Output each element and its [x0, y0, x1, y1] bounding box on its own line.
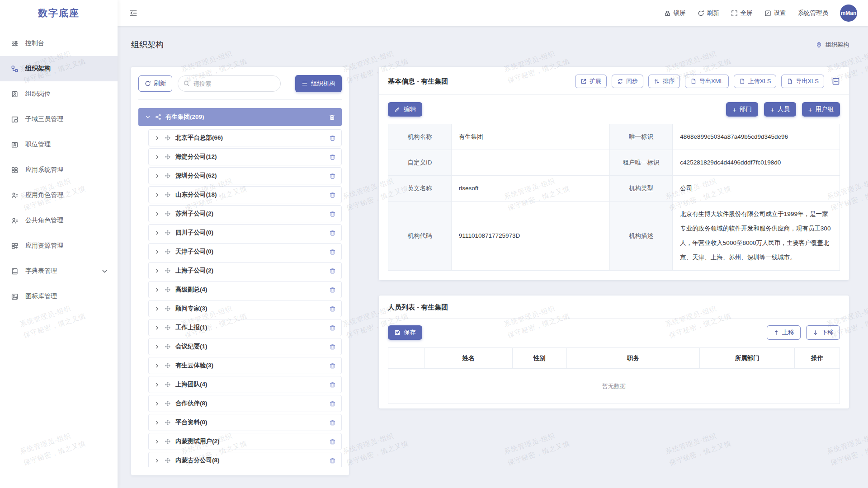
tree-node[interactable]: 天津子公司(0)	[148, 243, 342, 260]
export-xml-button[interactable]: 导出XML	[685, 75, 729, 88]
tree-refresh-button[interactable]: 刷新	[138, 75, 172, 92]
sidebar-item-icon-library[interactable]: 图标库管理	[0, 284, 118, 309]
delete-node-button[interactable]	[329, 211, 336, 217]
drag-handle-icon[interactable]	[165, 381, 171, 388]
delete-node-button[interactable]	[329, 192, 336, 198]
upload-xls-button[interactable]: 上传XLS	[734, 75, 777, 88]
tree-node[interactable]: 山东分公司(18)	[148, 186, 342, 203]
tree-node[interactable]: 平台资料(0)	[148, 414, 342, 431]
refresh-page-button[interactable]: 刷新	[698, 9, 719, 17]
empty-state-text: 暂无数据	[388, 369, 840, 404]
tree-node[interactable]: 会议纪要(1)	[148, 338, 342, 355]
info-label: 机构类型	[609, 176, 673, 202]
drag-handle-icon[interactable]	[165, 192, 171, 198]
chevron-right-icon	[154, 401, 160, 407]
delete-node-button[interactable]	[329, 249, 336, 255]
sidebar-item-app-system[interactable]: 应用系统管理	[0, 157, 118, 183]
drag-handle-icon[interactable]	[165, 230, 171, 236]
drag-handle-icon[interactable]	[165, 324, 171, 331]
tree-node[interactable]: 工作上报(1)	[148, 319, 342, 336]
tree-node[interactable]: 上海子公司(2)	[148, 262, 342, 279]
tree-node-label: 四川子公司(0)	[175, 229, 213, 237]
drag-handle-icon[interactable]	[165, 438, 171, 445]
sidebar-item-console[interactable]: 控制台	[0, 31, 118, 56]
settings-button[interactable]: 设置	[764, 9, 786, 17]
delete-node-button[interactable]	[329, 305, 336, 312]
delete-node-button[interactable]	[329, 362, 336, 369]
sidebar-item-app-role[interactable]: 应用角色管理	[0, 183, 118, 208]
drag-handle-icon[interactable]	[165, 400, 171, 407]
delete-node-button[interactable]	[329, 154, 336, 160]
export-xls-button[interactable]: 导出XLS	[781, 75, 824, 88]
avatar[interactable]: mMan	[840, 5, 857, 22]
edit-button[interactable]: 编辑	[388, 102, 422, 117]
delete-node-button[interactable]	[329, 267, 336, 274]
drag-handle-icon[interactable]	[165, 249, 171, 255]
delete-node-button[interactable]	[329, 324, 336, 331]
collapse-sidebar-button[interactable]	[129, 9, 137, 17]
tree-node[interactable]: 高级副总(4)	[148, 281, 342, 298]
sidebar-item-subdomain-admin[interactable]: 子域三员管理	[0, 107, 118, 132]
search-input[interactable]	[178, 75, 281, 92]
collapse-panel-icon[interactable]	[832, 77, 840, 85]
save-button[interactable]: 保存	[388, 325, 422, 340]
sidebar-item-dictionary[interactable]: 字典表管理	[0, 258, 118, 284]
delete-node-button[interactable]	[329, 230, 336, 236]
tree-node[interactable]: 有生云体验(3)	[148, 357, 342, 374]
info-value	[451, 150, 609, 176]
tree-node[interactable]: 四川子公司(0)	[148, 224, 342, 241]
tree-node-label: 有生云体验(3)	[175, 361, 213, 370]
drag-handle-icon[interactable]	[165, 419, 171, 426]
tree-node[interactable]: 合作伙伴(8)	[148, 395, 342, 412]
delete-node-button[interactable]	[329, 400, 336, 407]
tree-node[interactable]: 苏州子公司(2)	[148, 205, 342, 222]
delete-node-button[interactable]	[329, 135, 336, 141]
drag-handle-icon[interactable]	[165, 305, 171, 312]
plus-icon: +	[808, 106, 812, 113]
sidebar-item-org-post[interactable]: 组织岗位	[0, 81, 118, 107]
drag-handle-icon[interactable]	[165, 135, 171, 141]
tree-node[interactable]: 上海团队(4)	[148, 376, 342, 393]
tree-node[interactable]: 深圳分公司(62)	[148, 167, 342, 184]
fullscreen-button[interactable]: 全屏	[731, 9, 753, 17]
sidebar-item-position[interactable]: 职位管理	[0, 132, 118, 157]
tree-node[interactable]: 内蒙古分公司(8)	[148, 452, 342, 467]
sidebar-item-org-structure[interactable]: 组织架构	[0, 56, 118, 81]
tree-root-node[interactable]: 有生集团(209)	[138, 108, 342, 126]
move-up-button[interactable]: 上移	[767, 325, 801, 340]
tree-node[interactable]: 内蒙测试用户(2)	[148, 433, 342, 450]
delete-node-button[interactable]	[329, 343, 336, 350]
breadcrumb: 组织架构	[816, 41, 849, 49]
sidebar-item-app-resource[interactable]: 应用资源管理	[0, 233, 118, 258]
add-person-button[interactable]: + 人员	[764, 102, 796, 117]
drag-handle-icon[interactable]	[165, 267, 171, 274]
delete-node-button[interactable]	[329, 286, 336, 293]
drag-handle-icon[interactable]	[165, 154, 171, 160]
drag-handle-icon[interactable]	[165, 457, 171, 464]
people-column-header	[388, 348, 425, 369]
tree-node[interactable]: 北京平台总部(66)	[148, 129, 342, 146]
drag-handle-icon[interactable]	[165, 286, 171, 293]
sort-button[interactable]: 排序	[648, 75, 680, 88]
sidebar-item-public-role[interactable]: 公共角色管理	[0, 208, 118, 233]
delete-node-button[interactable]	[329, 419, 336, 426]
lock-screen-button[interactable]: 锁屏	[664, 9, 686, 17]
drag-handle-icon[interactable]	[165, 362, 171, 369]
delete-node-button[interactable]	[329, 457, 336, 464]
delete-node-button[interactable]	[329, 173, 336, 179]
expand-button[interactable]: 扩展	[575, 75, 607, 88]
add-department-button[interactable]: + 部门	[726, 102, 758, 117]
tree-node[interactable]: 顾问专家(3)	[148, 300, 342, 317]
sync-button[interactable]: 同步	[612, 75, 643, 88]
delete-node-button[interactable]	[329, 438, 336, 445]
add-user-group-button[interactable]: + 用户组	[802, 102, 840, 117]
delete-node-button[interactable]	[329, 114, 335, 121]
drag-handle-icon[interactable]	[165, 211, 171, 217]
drag-handle-icon[interactable]	[165, 343, 171, 350]
tree-node[interactable]: 海淀分公司(12)	[148, 148, 342, 165]
move-down-button[interactable]: 下移	[806, 325, 840, 340]
delete-node-button[interactable]	[329, 381, 336, 388]
chevron-right-icon	[154, 420, 160, 426]
drag-handle-icon[interactable]	[165, 173, 171, 179]
org-type-button[interactable]: 组织机构	[295, 75, 342, 92]
